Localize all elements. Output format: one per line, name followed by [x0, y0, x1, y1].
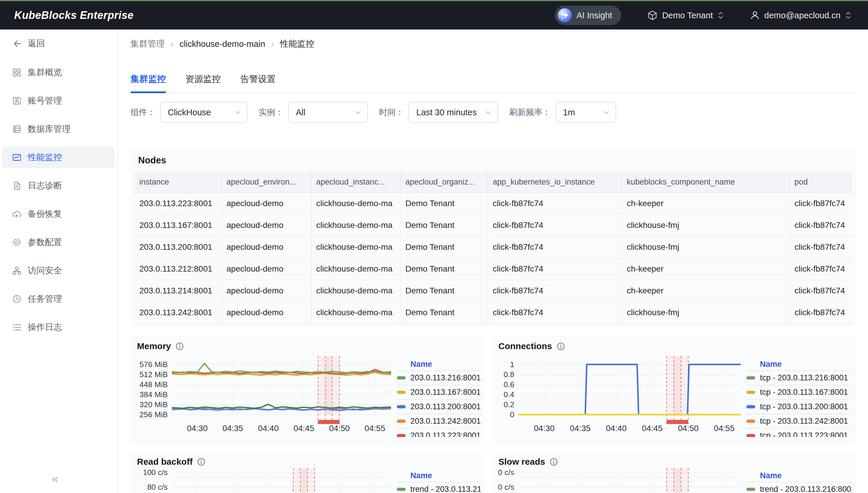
legend-item[interactable]: tcp - 203.0.113.167:8001 — [746, 385, 852, 399]
legend-label: tcp - 203.0.113.167:8001 — [760, 388, 848, 397]
chart-title-row: Connections — [498, 340, 852, 352]
chart-title-row: Read backoff — [137, 455, 481, 468]
document-icon — [12, 181, 22, 191]
breadcrumb: 集群管理›clickhouse-demo-main›性能监控 — [130, 38, 856, 50]
legend-header: Name — [397, 357, 481, 370]
legend-item[interactable]: tcp - 203.0.113.216:8001 — [746, 370, 852, 385]
chart-plot-memory: 576 MiB512 MiB448 MiB384 MiB320 MiB256 M… — [137, 352, 397, 434]
legend-item[interactable]: 203.0.113.200:8001 — [397, 399, 481, 414]
sidebar-collapse-button[interactable]: « — [52, 473, 58, 485]
tab-cluster-monitor[interactable]: 集群监控 — [130, 73, 166, 92]
time-select[interactable]: Last 30 minutes — [409, 102, 498, 123]
legend-item[interactable]: 203.0.113.167:8001 — [397, 385, 481, 399]
legend-item[interactable]: tcp - 203.0.113.200:8001 — [746, 399, 852, 414]
table-cell: Demo Tenant — [400, 280, 488, 302]
svg-text:0.6: 0.6 — [504, 380, 514, 389]
sidebar-item-log-diagnosis[interactable]: 日志诊断 — [2, 175, 115, 196]
legend-item[interactable]: 203.0.113.223:8001 — [397, 428, 481, 437]
svg-text:448 MiB: 448 MiB — [140, 380, 168, 389]
topbar: KubeBlocks Enterprise AI Insight Demo Te… — [0, 1, 868, 29]
sitemap-icon — [12, 266, 22, 276]
table-cell: click-fb87fc74 — [789, 258, 852, 280]
ai-insight-button[interactable]: AI Insight — [555, 6, 621, 25]
sidebar-item-backup-restore[interactable]: 备份恢复 — [2, 203, 115, 225]
breadcrumb-separator: › — [271, 39, 274, 49]
table-cell: clickhouse-fmj — [622, 236, 789, 258]
sidebar-item-back[interactable]: 返回 — [2, 33, 115, 54]
tabs-bar: 集群监控资源监控告警设置 — [130, 73, 856, 93]
filter-group-component: 组件：ClickHouse — [130, 102, 247, 123]
sidebar-item-label: 参数配置 — [28, 236, 62, 248]
charts-row-top: Memory576 MiB512 MiB448 MiB384 MiB320 Mi… — [130, 336, 856, 445]
sidebar-item-label: 集群概览 — [28, 67, 62, 79]
tenant-switcher[interactable]: Demo Tenant — [647, 10, 724, 21]
sidebar-item-parameter-config[interactable]: 参数配置 — [2, 232, 115, 253]
tab-alert-settings[interactable]: 告警设置 — [240, 73, 276, 92]
legend-header: Name — [746, 469, 852, 482]
breadcrumb-item: 性能监控 — [280, 38, 314, 50]
breadcrumb-item[interactable]: 集群管理 — [130, 38, 165, 50]
instance-select[interactable]: All — [288, 102, 368, 123]
legend-item[interactable]: trend - 203.0.113.216:8001 — [746, 482, 852, 493]
sidebar-item-access-security[interactable]: 访问安全 — [2, 260, 115, 281]
sidebar-item-task-management[interactable]: 任务管理 — [2, 288, 115, 309]
component-select[interactable]: ClickHouse — [160, 102, 247, 123]
info-icon[interactable] — [176, 342, 184, 350]
page: KubeBlocks Enterprise AI Insight Demo Te… — [0, 0, 868, 493]
svg-text:512 MiB: 512 MiB — [140, 370, 168, 379]
table-cell: apecloud-demo — [221, 193, 311, 214]
sidebar-item-label: 数据库管理 — [28, 123, 70, 135]
legend-color-pill — [746, 391, 755, 394]
sidebar-item-account-management[interactable]: 账号管理 — [2, 90, 115, 111]
column-header: apecloud_instanc... — [311, 172, 400, 193]
refresh-select[interactable]: 1m — [556, 102, 616, 123]
sidebar-item-performance-monitoring[interactable]: 性能监控 — [2, 147, 115, 168]
svg-text:0: 0 — [510, 410, 514, 419]
legend-item[interactable]: 203.0.113.242:8001 — [397, 414, 481, 428]
sidebar-item-cluster-overview[interactable]: 集群概览 — [2, 62, 115, 83]
legend-color-pill — [746, 376, 755, 380]
tab-resource-monitor[interactable]: 资源监控 — [185, 73, 221, 92]
table-cell: click-fb87fc74 — [789, 193, 852, 214]
info-icon[interactable] — [550, 458, 558, 466]
sidebar-item-operation-log[interactable]: 操作日志 — [2, 317, 115, 338]
table-cell: 203.0.113.167:8001 — [135, 214, 221, 236]
nodes-card: Nodes instanceapecloud_environ...apeclou… — [130, 148, 856, 327]
table-cell: apecloud-demo — [221, 214, 311, 236]
table-cell: click-fb87fc74 — [488, 258, 622, 280]
legend-item[interactable]: tcp - 203.0.113.223:8001 — [746, 428, 852, 437]
chevron-down-icon — [354, 108, 362, 116]
table-cell: clickhouse-demo-ma — [311, 258, 400, 280]
sidebar-item-database-management[interactable]: 数据库管理 — [2, 119, 115, 140]
chart-title: Read backoff — [137, 457, 193, 467]
sidebar-item-label: 操作日志 — [28, 321, 62, 333]
legend-item[interactable]: tcp - 203.0.113.242:8001 — [746, 414, 852, 428]
table-row: 203.0.113.200:8001apecloud-democlickhous… — [135, 236, 852, 258]
legend-item[interactable]: trend - 203.0.113.216:8001 — [397, 482, 481, 493]
svg-text:80 c/s: 80 c/s — [498, 483, 514, 492]
chart-icon — [12, 152, 22, 163]
nodes-title: Nodes — [138, 154, 852, 167]
table-cell: Demo Tenant — [400, 193, 488, 214]
chart-area: 100 c/s80 c/s60 c/s40 c/s20 c/s0 c/s04:3… — [498, 468, 852, 493]
user-email: demo@apecloud.cn — [764, 10, 841, 20]
table-row: 203.0.113.212:8001apecloud-democlickhous… — [135, 258, 852, 280]
sidebar-item-label: 任务管理 — [28, 293, 62, 305]
legend-item[interactable]: 203.0.113.216:8001 — [397, 370, 481, 385]
info-icon[interactable] — [197, 458, 205, 466]
table-row: 203.0.113.214:8001apecloud-democlickhous… — [135, 280, 852, 302]
table-cell: click-fb87fc74 — [488, 280, 622, 302]
svg-text:100 c/s: 100 c/s — [143, 468, 168, 477]
legend-color-pill — [746, 405, 755, 408]
breadcrumb-item: clickhouse-demo-main — [180, 39, 265, 49]
chevron-updown-icon — [845, 10, 851, 21]
charts-row-bottom: Read backoff100 c/s80 c/s60 c/s40 c/s20 … — [130, 451, 856, 493]
table-cell: clickhouse-demo-ma — [311, 280, 400, 302]
user-menu[interactable]: demo@apecloud.cn — [750, 10, 851, 21]
info-icon[interactable] — [557, 342, 565, 350]
sidebar-item-label: 访问安全 — [28, 265, 62, 277]
filters-row: 组件：ClickHouse实例：All时间：Last 30 minutes刷新频… — [130, 102, 856, 123]
column-header: kubeblocks_component_name — [622, 172, 789, 193]
clock-icon — [12, 294, 22, 304]
nodes-table: instanceapecloud_environ...apecloud_inst… — [135, 172, 852, 324]
